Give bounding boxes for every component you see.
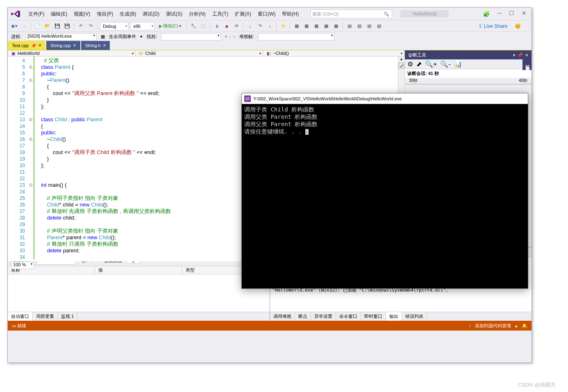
auto-body — [8, 274, 270, 312]
tool-icon[interactable]: ▦ — [293, 22, 301, 30]
share-icon: ⇪ — [478, 23, 482, 29]
step-icon[interactable]: ↓ — [246, 22, 254, 30]
doc-tab[interactable]: String.cpp × — [46, 41, 80, 50]
close-button[interactable]: ✕ — [522, 10, 527, 18]
menu-item[interactable]: 项目(P) — [93, 9, 116, 18]
maximize-button[interactable]: ☐ — [509, 10, 514, 18]
zoom-dropdown[interactable]: 100 % — [11, 262, 34, 269]
menu-item[interactable]: 测试(S) — [163, 9, 186, 18]
auto-tab[interactable]: 局部变量 — [33, 312, 58, 321]
stack-dropdown[interactable] — [258, 33, 334, 41]
menu-item[interactable]: 编辑(E) — [48, 9, 70, 18]
platform-dropdown[interactable]: x86 — [130, 22, 155, 30]
menu-item[interactable]: 视图(V) — [70, 9, 93, 18]
menu-item[interactable]: 文件(F) — [25, 9, 48, 18]
doc-tab[interactable]: String.h × — [81, 41, 110, 50]
tool-icon[interactable]: ⬚ — [199, 22, 207, 30]
export-icon[interactable]: ⬈ — [416, 60, 422, 68]
continue-button[interactable]: 继续(C) ▾ — [157, 23, 184, 29]
menu-item[interactable]: 生成(B) — [116, 9, 139, 18]
close-icon[interactable]: ✕ — [525, 53, 528, 57]
lifecycle-icon[interactable]: ▦ — [101, 34, 105, 39]
output-tab[interactable]: 错误列表 — [402, 312, 427, 321]
console-title-bar: C\ Y:\002_WorkSpace\002_VS\HelloWorld\He… — [242, 93, 528, 104]
menu-item[interactable]: 窗口(W) — [254, 9, 279, 18]
dropdown-icon[interactable]: ▾ — [513, 53, 515, 57]
save-all-icon[interactable]: 💾 — [63, 22, 71, 30]
gear-icon[interactable]: ⚙ — [407, 60, 413, 68]
tool-icon[interactable]: ▤ — [365, 22, 373, 30]
tool-icon[interactable]: ⚡ — [279, 22, 287, 30]
menu-item[interactable]: 工具(T) — [209, 9, 232, 18]
step-out-icon[interactable]: ↑ — [266, 22, 274, 30]
step-over-icon[interactable]: ↷ — [256, 22, 264, 30]
search-input[interactable]: 搜索 (Ctrl+Q) 🔍 — [310, 9, 392, 18]
vs-logo-icon — [10, 10, 22, 18]
console-window[interactable]: C\ Y:\002_WorkSpace\002_VS\HelloWorld\He… — [241, 93, 528, 289]
feedback-icon[interactable]: 😊 — [515, 23, 521, 29]
search-icon: 🔍 — [384, 11, 389, 17]
search-placeholder: 搜索 (Ctrl+Q) — [312, 11, 339, 17]
member-dropdown[interactable]: ◧ ~Child() — [263, 50, 404, 56]
panel-title-bar: 诊断工具 ▾📌✕ — [405, 50, 532, 59]
process-dropdown[interactable]: [5828] HelloWorld.exe — [25, 33, 97, 41]
pin-icon[interactable]: 📌 — [518, 53, 523, 57]
undo-icon[interactable]: ↶ — [77, 22, 85, 30]
thread-dropdown[interactable] — [161, 33, 221, 41]
tool-icon[interactable]: ▤ — [375, 22, 383, 30]
stop-icon[interactable]: ■ — [223, 22, 231, 30]
pause-icon[interactable]: ⏸ — [213, 22, 221, 30]
output-tab[interactable]: 即时窗口 — [361, 312, 386, 321]
process-bar: 进程: [5828] HelloWorld.exe ▦ 生命周期事件 ▾ 线程:… — [8, 32, 532, 41]
diag-axis: 30秒40秒 — [405, 78, 532, 84]
tool-icon[interactable]: ▦ — [332, 22, 340, 30]
auto-tab[interactable]: 监视 1 — [58, 312, 77, 321]
open-icon[interactable]: 📂 — [43, 22, 52, 30]
document-tabs: Test.cpp 📌 ×String.cpp ×String.h × — [8, 41, 532, 50]
window-controls: 🧩 ─ ☐ ✕ — [482, 10, 529, 18]
doc-tab[interactable]: Test.cpp 📌 × — [8, 41, 45, 50]
app-icon: ▭ — [12, 323, 16, 329]
live-share-button[interactable]: ⇪ Live Share 😊 — [478, 23, 529, 29]
process-label: 进程: — [11, 34, 21, 40]
menu-item[interactable]: 调试(D) — [139, 9, 163, 18]
auto-columns: 名称 值 类型 — [8, 266, 270, 274]
output-tab[interactable]: 输出 — [386, 312, 402, 321]
extension-icon[interactable]: 🧩 — [482, 10, 490, 18]
tool-icon[interactable]: ▦ — [322, 22, 330, 30]
class-dropdown[interactable]: 🏷 Child — [136, 50, 264, 56]
restart-icon[interactable]: ⟳ — [232, 22, 241, 30]
zoom-out-icon[interactable]: 🔍- — [440, 60, 450, 68]
up-icon[interactable]: ↑ — [469, 323, 471, 328]
project-icon: ▣ — [10, 50, 16, 56]
tool-icon[interactable]: ▦ — [302, 22, 311, 30]
menu-item[interactable]: 扩展(X) — [232, 9, 254, 18]
fold-column[interactable]: ⊟⊟⊟⊟⊟ — [28, 57, 33, 261]
config-dropdown[interactable]: Debug — [100, 22, 129, 30]
minimize-button[interactable]: ─ — [498, 10, 502, 18]
tool-icon[interactable]: ▦ — [312, 22, 320, 30]
notification-icon[interactable]: 🔔 — [522, 323, 527, 329]
auto-tab[interactable]: 自动窗口 — [8, 312, 33, 321]
stats-icon[interactable]: 📊 — [454, 60, 462, 68]
output-tab[interactable]: 命令窗口 — [336, 312, 361, 321]
status-bar: ▭ 就绪 ↑ 添加到源代码管理 ▴ 🔔 — [8, 321, 532, 331]
source-control[interactable]: 添加到源代码管理 — [475, 323, 511, 329]
redo-icon[interactable]: ↷ — [86, 22, 95, 30]
output-tab[interactable]: 异常设置 — [311, 312, 336, 321]
solution-explorer-tab[interactable]: 解决方案资源管 — [523, 58, 532, 70]
tool-icon[interactable]: ▤ — [355, 22, 364, 30]
save-icon[interactable]: 💾 — [53, 22, 61, 30]
new-file-icon[interactable]: 📄 — [34, 22, 42, 30]
menu-item[interactable]: 帮助(H) — [279, 9, 302, 18]
tool-icon[interactable]: ▤ — [345, 22, 354, 30]
output-tab[interactable]: 调用堆栈 — [270, 312, 295, 321]
nav-fwd-icon[interactable]: ◦ — [20, 22, 28, 30]
scope-dropdown[interactable]: ▣ HelloWorld — [8, 50, 136, 56]
zoom-in-icon[interactable]: 🔍+ — [425, 60, 437, 68]
console-icon: C\ — [244, 95, 251, 102]
tool-icon[interactable]: 🔧 — [189, 22, 198, 30]
output-tab[interactable]: 断点 — [295, 312, 311, 321]
nav-back-icon[interactable]: ◉▾ — [10, 22, 18, 30]
menu-item[interactable]: 分析(N) — [186, 9, 209, 18]
